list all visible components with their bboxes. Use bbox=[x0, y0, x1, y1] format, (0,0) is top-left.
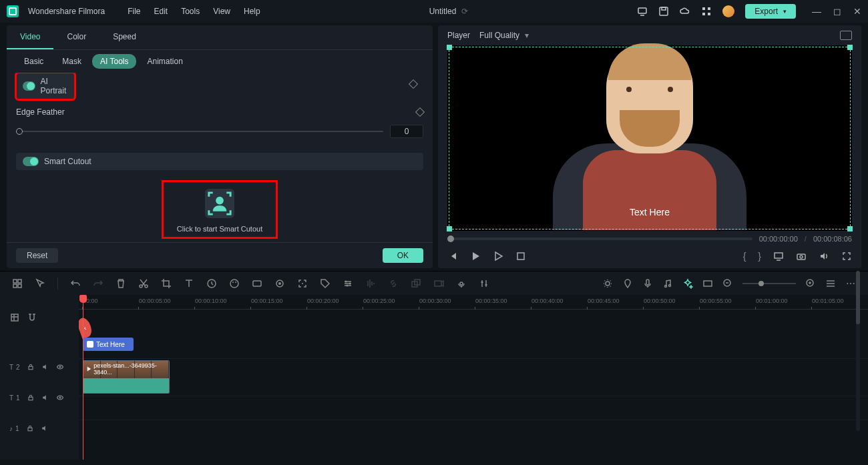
marker-icon[interactable] bbox=[622, 278, 633, 289]
prev-frame-button[interactable] bbox=[447, 251, 458, 262]
resize-handle-bl[interactable] bbox=[447, 226, 452, 231]
fullscreen-button[interactable] bbox=[841, 251, 852, 262]
text-clip[interactable]: Text Here bbox=[83, 338, 134, 351]
sun-icon[interactable] bbox=[602, 278, 613, 289]
camera-button[interactable] bbox=[796, 251, 807, 262]
vertical-scrollbar[interactable] bbox=[856, 271, 860, 431]
lock-icon[interactable] bbox=[27, 394, 35, 402]
close-button[interactable]: ✕ bbox=[853, 6, 861, 17]
ai-portrait-section[interactable]: AI Portrait bbox=[16, 73, 75, 99]
track-header-a1[interactable]: ♪1 bbox=[0, 416, 79, 440]
voiceover-icon[interactable] bbox=[456, 278, 467, 289]
minimize-button[interactable]: — bbox=[812, 6, 821, 17]
frame-icon[interactable] bbox=[702, 278, 713, 289]
audio-sync-icon[interactable] bbox=[365, 278, 376, 289]
ok-button[interactable]: OK bbox=[383, 248, 423, 263]
zoom-in-icon[interactable] bbox=[805, 278, 816, 289]
keyframe-ai-portrait[interactable] bbox=[409, 79, 418, 89]
slider-thumb[interactable] bbox=[16, 128, 23, 135]
mixer-icon[interactable] bbox=[479, 278, 489, 289]
scrub-thumb[interactable] bbox=[447, 236, 454, 242]
list-view-icon[interactable] bbox=[825, 278, 836, 289]
resize-handle-br[interactable] bbox=[847, 226, 853, 231]
reset-button[interactable]: Reset bbox=[16, 248, 58, 263]
smart-cutout-section[interactable]: Smart Cutout bbox=[16, 153, 423, 170]
text-overlay[interactable]: Text Here bbox=[630, 207, 670, 217]
apps-icon[interactable] bbox=[701, 6, 712, 17]
lock-icon[interactable] bbox=[27, 363, 35, 371]
group-icon[interactable] bbox=[411, 278, 421, 289]
pointer-icon[interactable] bbox=[35, 278, 45, 289]
tab-video[interactable]: Video bbox=[7, 25, 53, 49]
eye-icon[interactable] bbox=[56, 363, 64, 371]
track-a1[interactable] bbox=[79, 396, 868, 420]
resize-handle-tl[interactable] bbox=[447, 45, 452, 50]
volume-button[interactable] bbox=[819, 251, 829, 262]
play-forward-button[interactable] bbox=[493, 251, 503, 262]
undo-icon[interactable] bbox=[70, 278, 81, 289]
resize-handle-tr[interactable] bbox=[847, 45, 853, 50]
scrub-bar[interactable] bbox=[447, 238, 752, 240]
eye-icon[interactable] bbox=[56, 394, 64, 402]
selection-box[interactable] bbox=[449, 47, 851, 229]
music-icon[interactable] bbox=[662, 278, 673, 289]
video-preview[interactable]: Text Here bbox=[447, 45, 852, 231]
export-button[interactable]: Export ▾ bbox=[745, 4, 796, 19]
lock-icon[interactable] bbox=[26, 424, 34, 432]
stop-button[interactable] bbox=[515, 251, 526, 262]
maximize-button[interactable]: ◻ bbox=[833, 6, 841, 17]
layout-icon[interactable] bbox=[12, 278, 23, 289]
track-t2[interactable]: Text Here bbox=[79, 335, 868, 359]
menu-edit[interactable]: Edit bbox=[154, 7, 168, 16]
crop-icon[interactable] bbox=[161, 278, 172, 289]
color-icon[interactable] bbox=[229, 278, 240, 289]
tab-speed[interactable]: Speed bbox=[99, 25, 150, 49]
track-header-t1[interactable]: T1 bbox=[0, 379, 79, 416]
menu-file[interactable]: File bbox=[128, 7, 140, 16]
keyframe-edge-feather[interactable] bbox=[415, 107, 425, 117]
adjust-icon[interactable] bbox=[343, 278, 353, 289]
tab-color[interactable]: Color bbox=[53, 25, 99, 49]
mark-out-button[interactable]: } bbox=[758, 251, 761, 262]
link-icon[interactable] bbox=[388, 278, 399, 289]
playhead[interactable] bbox=[83, 295, 83, 460]
tag-icon[interactable] bbox=[320, 278, 331, 289]
text-icon[interactable] bbox=[184, 278, 194, 289]
edge-feather-slider[interactable] bbox=[16, 131, 383, 132]
device-icon[interactable] bbox=[637, 6, 648, 17]
redo-icon[interactable] bbox=[93, 278, 103, 289]
speed-icon[interactable] bbox=[206, 278, 217, 289]
save-icon[interactable] bbox=[658, 6, 669, 17]
subtab-mask[interactable]: Mask bbox=[54, 54, 89, 69]
delete-icon[interactable] bbox=[116, 278, 126, 289]
zoom-slider[interactable] bbox=[742, 283, 796, 284]
mask-icon[interactable] bbox=[252, 278, 262, 289]
ai-portrait-toggle[interactable] bbox=[23, 81, 35, 91]
quality-dropdown[interactable]: Full Quality ▾ bbox=[479, 31, 529, 40]
subtab-ai-tools[interactable]: AI Tools bbox=[92, 54, 136, 69]
ai-icon[interactable] bbox=[682, 278, 693, 289]
video-clip[interactable]: pexels-stan...-3649935-3840... bbox=[83, 360, 170, 394]
avatar-icon[interactable] bbox=[722, 5, 734, 17]
timeline-menu-icon[interactable] bbox=[9, 312, 20, 323]
edge-feather-value[interactable] bbox=[390, 125, 423, 138]
more-icon[interactable]: ⋯ bbox=[845, 278, 856, 289]
mute-icon[interactable] bbox=[41, 424, 49, 432]
render-icon[interactable] bbox=[433, 278, 444, 289]
cut-icon[interactable] bbox=[138, 278, 149, 289]
mute-icon[interactable] bbox=[41, 363, 49, 371]
display-button[interactable] bbox=[773, 251, 784, 262]
zoom-out-icon[interactable] bbox=[722, 278, 733, 289]
smart-cutout-button[interactable] bbox=[205, 189, 234, 218]
menu-view[interactable]: View bbox=[213, 7, 230, 16]
subtab-animation[interactable]: Animation bbox=[139, 54, 190, 69]
mute-icon[interactable] bbox=[41, 394, 49, 402]
play-button[interactable] bbox=[470, 251, 481, 262]
timeline-ruler[interactable]: 00:00 00:00:05:00 00:00:10:00 00:00:15:0… bbox=[79, 295, 868, 310]
mic-icon[interactable] bbox=[642, 278, 653, 289]
track-t1[interactable]: pexels-stan...-3649935-3840... bbox=[79, 359, 868, 396]
zoom-thumb[interactable] bbox=[758, 281, 764, 286]
smart-cutout-toggle[interactable] bbox=[23, 157, 39, 166]
menu-help[interactable]: Help bbox=[244, 7, 260, 16]
menu-tools[interactable]: Tools bbox=[181, 7, 200, 16]
